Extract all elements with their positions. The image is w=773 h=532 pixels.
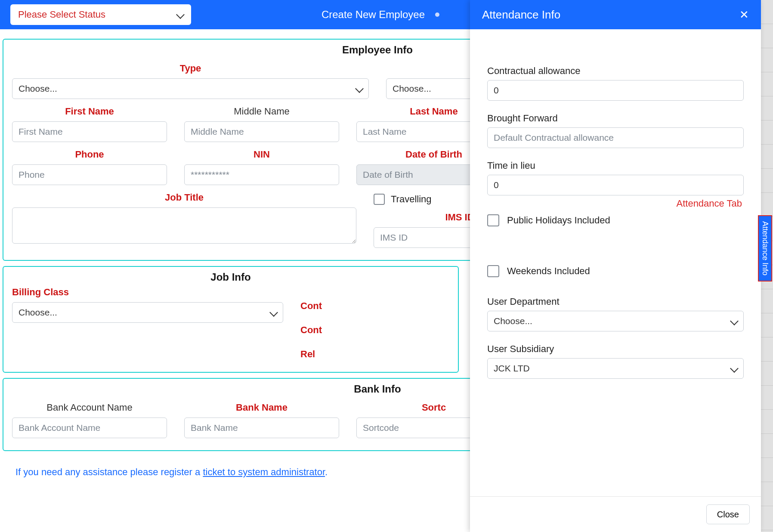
billing-class-label: Billing Class bbox=[12, 287, 69, 297]
time-in-lieu-label: Time in lieu bbox=[487, 160, 744, 171]
type-label: Type bbox=[12, 63, 369, 74]
chevron-down-icon bbox=[177, 9, 183, 20]
job-title-input[interactable] bbox=[12, 207, 356, 244]
panel-header: Attendance Info ✕ bbox=[470, 0, 761, 29]
attendance-side-tab[interactable]: Attendance Info bbox=[758, 215, 772, 281]
contract-label-2: Cont bbox=[300, 325, 498, 336]
bank-name-label: Bank Name bbox=[184, 402, 339, 413]
status-placeholder: Please Select Status bbox=[18, 9, 105, 20]
acct-name-input[interactable] bbox=[12, 418, 167, 438]
page-title: Create New Employee bbox=[322, 9, 439, 21]
chevron-down-icon bbox=[356, 84, 362, 94]
help-before: If you need any assistance please regist… bbox=[15, 467, 203, 477]
job-title-label: Job Title bbox=[12, 192, 356, 203]
user-subsidiary-label: User Subsidiary bbox=[487, 343, 744, 355]
job-info-title: Job Info bbox=[12, 271, 449, 283]
user-subsidiary-value: JCK LTD bbox=[494, 363, 530, 374]
public-holidays-label: Public Holidays Included bbox=[507, 215, 610, 226]
close-icon[interactable]: ✕ bbox=[739, 9, 749, 20]
user-subsidiary-select[interactable]: JCK LTD bbox=[487, 358, 744, 379]
brought-forward-input[interactable] bbox=[487, 127, 744, 148]
phone-label: Phone bbox=[12, 149, 167, 160]
first-name-input[interactable] bbox=[12, 121, 167, 142]
title-dot-icon bbox=[435, 12, 439, 17]
billing-class-select[interactable]: Choose... bbox=[12, 302, 283, 323]
chevron-down-icon bbox=[731, 316, 737, 326]
public-holidays-checkbox[interactable] bbox=[487, 214, 499, 226]
department-value: Choose... bbox=[393, 84, 431, 94]
panel-body: Contractual allowance Brought Forward Ti… bbox=[470, 29, 761, 496]
user-department-label: User Department bbox=[487, 296, 744, 307]
close-button[interactable]: Close bbox=[706, 504, 750, 524]
create-title-text: Create New Employee bbox=[322, 9, 425, 21]
nin-input[interactable] bbox=[184, 164, 339, 185]
help-after: . bbox=[325, 467, 328, 477]
job-info-card: Job Info Billing Class Choose... Cont Co… bbox=[3, 266, 459, 373]
billing-class-value: Choose... bbox=[19, 307, 57, 318]
travelling-checkbox[interactable] bbox=[374, 194, 385, 205]
attendance-tab-annotation: Attendance Tab bbox=[677, 198, 742, 209]
phone-input[interactable] bbox=[12, 164, 167, 185]
weekends-label: Weekends Included bbox=[507, 266, 590, 277]
weekends-checkbox[interactable] bbox=[487, 265, 499, 277]
contract-label-1: Cont bbox=[300, 300, 498, 312]
time-in-lieu-input[interactable] bbox=[487, 175, 744, 195]
bank-name-input[interactable] bbox=[184, 418, 339, 438]
attendance-panel: Attendance Info ✕ Contractual allowance … bbox=[470, 0, 761, 532]
travelling-label: Travelling bbox=[391, 194, 432, 205]
panel-title: Attendance Info bbox=[482, 8, 560, 22]
chevron-down-icon bbox=[731, 363, 737, 374]
type-value: Choose... bbox=[19, 84, 57, 94]
brought-forward-label: Brought Forward bbox=[487, 113, 744, 124]
rel-label: Rel bbox=[300, 349, 498, 360]
user-department-value: Choose... bbox=[494, 316, 532, 326]
status-dropdown[interactable]: Please Select Status bbox=[10, 4, 191, 25]
panel-footer: Close bbox=[470, 496, 761, 532]
middle-name-input[interactable] bbox=[184, 121, 339, 142]
user-department-select[interactable]: Choose... bbox=[487, 311, 744, 331]
first-name-label: First Name bbox=[12, 106, 167, 117]
type-select[interactable]: Choose... bbox=[12, 78, 369, 99]
nin-label: NIN bbox=[184, 149, 339, 160]
help-link[interactable]: ticket to system administrator bbox=[203, 467, 325, 477]
middle-name-label: Middle Name bbox=[184, 106, 339, 117]
chevron-down-icon bbox=[271, 307, 277, 318]
contractual-input[interactable] bbox=[487, 80, 744, 101]
contractual-label: Contractual allowance bbox=[487, 65, 744, 77]
acct-name-label: Bank Account Name bbox=[12, 402, 167, 413]
